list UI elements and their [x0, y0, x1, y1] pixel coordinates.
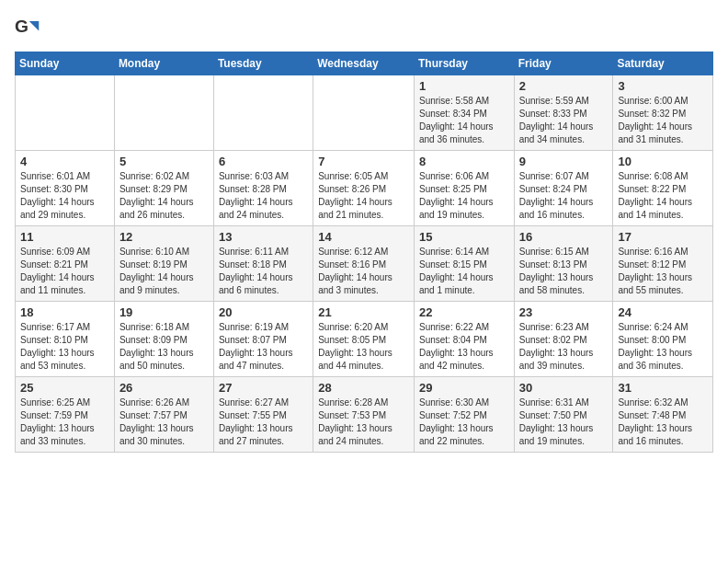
calendar-header-day: Thursday [414, 52, 514, 75]
day-number: 13 [219, 230, 308, 244]
day-info: Sunrise: 6:22 AM Sunset: 8:04 PM Dayligh… [419, 321, 509, 373]
day-info: Sunrise: 6:24 AM Sunset: 8:00 PM Dayligh… [618, 321, 708, 373]
svg-text:G: G [15, 17, 28, 36]
calendar-cell [213, 75, 313, 151]
calendar-header-day: Sunday [16, 52, 115, 75]
calendar-header-day: Wednesday [313, 52, 415, 75]
calendar-header-day: Monday [114, 52, 213, 75]
calendar-header-day: Friday [514, 52, 613, 75]
day-number: 16 [519, 230, 609, 244]
calendar-cell: 13Sunrise: 6:11 AM Sunset: 8:18 PM Dayli… [213, 226, 313, 302]
day-number: 11 [20, 230, 109, 244]
day-number: 31 [618, 381, 708, 395]
day-info: Sunrise: 6:02 AM Sunset: 8:29 PM Dayligh… [119, 170, 209, 222]
day-number: 4 [20, 155, 109, 168]
logo: G [15, 15, 44, 40]
day-info: Sunrise: 6:05 AM Sunset: 8:26 PM Dayligh… [318, 170, 409, 222]
day-info: Sunrise: 6:27 AM Sunset: 7:55 PM Dayligh… [219, 396, 308, 448]
day-number: 21 [318, 305, 409, 319]
page-header: G [15, 15, 713, 40]
day-number: 2 [519, 79, 609, 93]
calendar-cell: 17Sunrise: 6:16 AM Sunset: 8:12 PM Dayli… [613, 226, 713, 302]
calendar-week-row: 4Sunrise: 6:01 AM Sunset: 8:30 PM Daylig… [16, 151, 713, 226]
day-number: 15 [419, 230, 509, 244]
calendar-week-row: 18Sunrise: 6:17 AM Sunset: 8:10 PM Dayli… [16, 302, 713, 377]
day-number: 18 [20, 305, 109, 319]
calendar-cell [313, 75, 415, 151]
day-number: 26 [119, 381, 209, 395]
day-number: 8 [419, 155, 509, 168]
day-number: 7 [318, 155, 409, 168]
day-number: 25 [20, 381, 109, 395]
day-number: 30 [519, 381, 609, 395]
day-number: 12 [119, 230, 209, 244]
day-info: Sunrise: 6:08 AM Sunset: 8:22 PM Dayligh… [618, 170, 708, 222]
day-info: Sunrise: 6:16 AM Sunset: 8:12 PM Dayligh… [618, 246, 708, 297]
calendar-header-row: SundayMondayTuesdayWednesdayThursdayFrid… [16, 52, 713, 75]
day-info: Sunrise: 6:28 AM Sunset: 7:53 PM Dayligh… [318, 396, 409, 448]
day-number: 23 [519, 305, 609, 319]
calendar-cell: 5Sunrise: 6:02 AM Sunset: 8:29 PM Daylig… [114, 151, 213, 226]
day-info: Sunrise: 6:32 AM Sunset: 7:48 PM Dayligh… [618, 396, 708, 448]
calendar-cell: 8Sunrise: 6:06 AM Sunset: 8:25 PM Daylig… [414, 151, 514, 226]
day-info: Sunrise: 6:14 AM Sunset: 8:15 PM Dayligh… [419, 246, 509, 297]
calendar-cell: 1Sunrise: 5:58 AM Sunset: 8:34 PM Daylig… [414, 75, 514, 151]
day-info: Sunrise: 5:58 AM Sunset: 8:34 PM Dayligh… [419, 95, 509, 146]
day-info: Sunrise: 6:06 AM Sunset: 8:25 PM Dayligh… [419, 170, 509, 222]
day-info: Sunrise: 6:09 AM Sunset: 8:21 PM Dayligh… [20, 246, 109, 297]
day-info: Sunrise: 6:19 AM Sunset: 8:07 PM Dayligh… [219, 321, 308, 373]
day-info: Sunrise: 6:12 AM Sunset: 8:16 PM Dayligh… [318, 246, 409, 297]
day-number: 29 [419, 381, 509, 395]
logo-icon: G [15, 15, 40, 40]
calendar-header-day: Tuesday [213, 52, 313, 75]
calendar-cell: 15Sunrise: 6:14 AM Sunset: 8:15 PM Dayli… [414, 226, 514, 302]
day-number: 17 [618, 230, 708, 244]
calendar-cell: 30Sunrise: 6:31 AM Sunset: 7:50 PM Dayli… [514, 377, 613, 453]
day-info: Sunrise: 6:23 AM Sunset: 8:02 PM Dayligh… [519, 321, 609, 373]
svg-marker-1 [29, 21, 40, 31]
calendar-cell: 7Sunrise: 6:05 AM Sunset: 8:26 PM Daylig… [313, 151, 415, 226]
calendar-cell: 3Sunrise: 6:00 AM Sunset: 8:32 PM Daylig… [613, 75, 713, 151]
day-info: Sunrise: 6:26 AM Sunset: 7:57 PM Dayligh… [119, 396, 209, 448]
day-number: 6 [219, 155, 308, 168]
calendar-cell: 16Sunrise: 6:15 AM Sunset: 8:13 PM Dayli… [514, 226, 613, 302]
calendar-cell: 2Sunrise: 5:59 AM Sunset: 8:33 PM Daylig… [514, 75, 613, 151]
calendar-cell: 21Sunrise: 6:20 AM Sunset: 8:05 PM Dayli… [313, 302, 415, 377]
calendar-week-row: 1Sunrise: 5:58 AM Sunset: 8:34 PM Daylig… [16, 75, 713, 151]
day-info: Sunrise: 6:17 AM Sunset: 8:10 PM Dayligh… [20, 321, 109, 373]
day-info: Sunrise: 6:01 AM Sunset: 8:30 PM Dayligh… [20, 170, 109, 222]
calendar-cell: 29Sunrise: 6:30 AM Sunset: 7:52 PM Dayli… [414, 377, 514, 453]
day-info: Sunrise: 5:59 AM Sunset: 8:33 PM Dayligh… [519, 95, 609, 146]
calendar-cell: 10Sunrise: 6:08 AM Sunset: 8:22 PM Dayli… [613, 151, 713, 226]
calendar-cell [16, 75, 115, 151]
day-number: 28 [318, 381, 409, 395]
day-info: Sunrise: 6:07 AM Sunset: 8:24 PM Dayligh… [519, 170, 609, 222]
calendar-cell: 23Sunrise: 6:23 AM Sunset: 8:02 PM Dayli… [514, 302, 613, 377]
calendar-cell: 4Sunrise: 6:01 AM Sunset: 8:30 PM Daylig… [16, 151, 115, 226]
day-number: 20 [219, 305, 308, 319]
day-number: 10 [618, 155, 708, 168]
day-info: Sunrise: 6:31 AM Sunset: 7:50 PM Dayligh… [519, 396, 609, 448]
day-info: Sunrise: 6:20 AM Sunset: 8:05 PM Dayligh… [318, 321, 409, 373]
day-info: Sunrise: 6:10 AM Sunset: 8:19 PM Dayligh… [119, 246, 209, 297]
day-number: 9 [519, 155, 609, 168]
day-number: 19 [119, 305, 209, 319]
day-info: Sunrise: 6:11 AM Sunset: 8:18 PM Dayligh… [219, 246, 308, 297]
day-info: Sunrise: 6:30 AM Sunset: 7:52 PM Dayligh… [419, 396, 509, 448]
calendar-header-day: Saturday [613, 52, 713, 75]
calendar-cell: 22Sunrise: 6:22 AM Sunset: 8:04 PM Dayli… [414, 302, 514, 377]
day-info: Sunrise: 6:03 AM Sunset: 8:28 PM Dayligh… [219, 170, 308, 222]
calendar-cell: 11Sunrise: 6:09 AM Sunset: 8:21 PM Dayli… [16, 226, 115, 302]
calendar-cell: 24Sunrise: 6:24 AM Sunset: 8:00 PM Dayli… [613, 302, 713, 377]
calendar-week-row: 11Sunrise: 6:09 AM Sunset: 8:21 PM Dayli… [16, 226, 713, 302]
calendar-cell: 31Sunrise: 6:32 AM Sunset: 7:48 PM Dayli… [613, 377, 713, 453]
calendar-cell: 19Sunrise: 6:18 AM Sunset: 8:09 PM Dayli… [114, 302, 213, 377]
day-number: 22 [419, 305, 509, 319]
calendar-cell [114, 75, 213, 151]
calendar-body: 1Sunrise: 5:58 AM Sunset: 8:34 PM Daylig… [16, 75, 713, 453]
calendar-cell: 28Sunrise: 6:28 AM Sunset: 7:53 PM Dayli… [313, 377, 415, 453]
calendar-cell: 14Sunrise: 6:12 AM Sunset: 8:16 PM Dayli… [313, 226, 415, 302]
calendar-table: SundayMondayTuesdayWednesdayThursdayFrid… [15, 52, 713, 453]
calendar-cell: 12Sunrise: 6:10 AM Sunset: 8:19 PM Dayli… [114, 226, 213, 302]
day-number: 1 [419, 79, 509, 93]
